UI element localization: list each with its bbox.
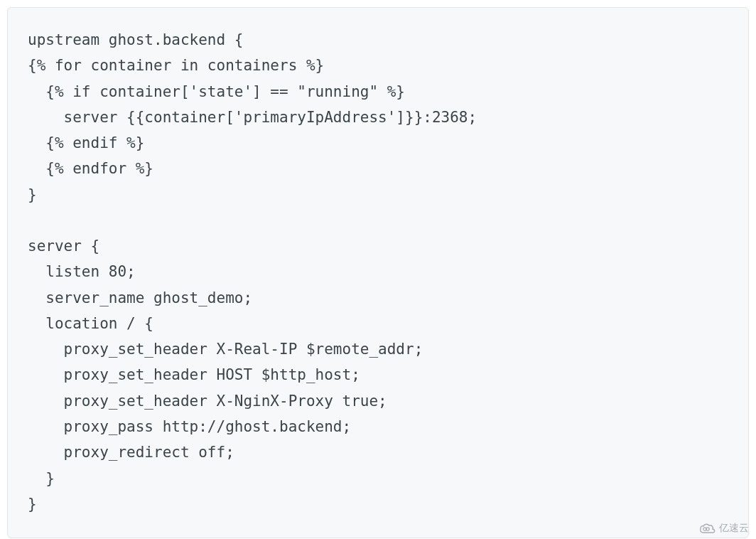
watermark-text: 亿速云 — [719, 522, 749, 535]
cloud-icon — [699, 523, 716, 534]
watermark: 亿速云 — [699, 522, 749, 535]
code-block[interactable]: upstream ghost.backend { {% for containe… — [7, 7, 749, 538]
code-content: upstream ghost.backend { {% for containe… — [28, 31, 477, 513]
